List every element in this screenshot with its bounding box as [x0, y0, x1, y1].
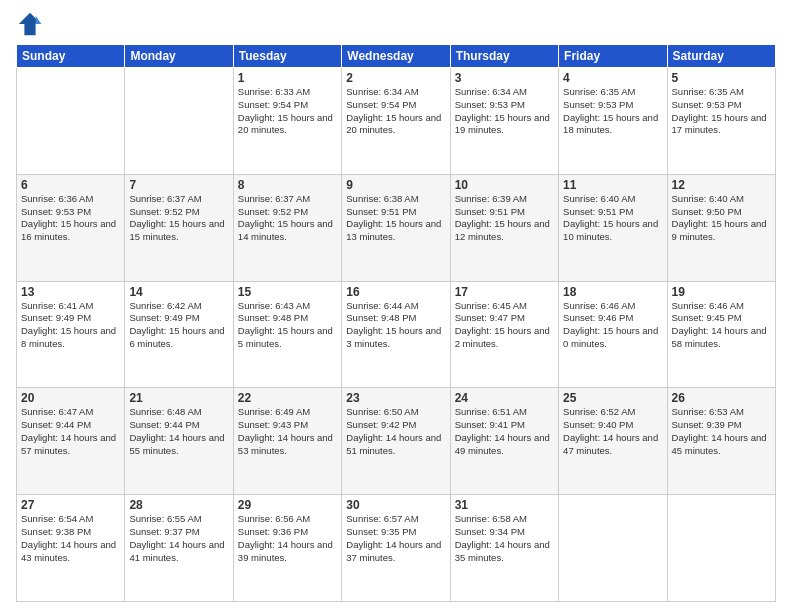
day-number: 20 [21, 391, 120, 405]
day-info: Sunrise: 6:38 AMSunset: 9:51 PMDaylight:… [346, 193, 445, 244]
day-info: Sunrise: 6:52 AMSunset: 9:40 PMDaylight:… [563, 406, 662, 457]
week-row-4: 27Sunrise: 6:54 AMSunset: 9:38 PMDayligh… [17, 495, 776, 602]
header-tuesday: Tuesday [233, 45, 341, 68]
day-number: 7 [129, 178, 228, 192]
day-number: 18 [563, 285, 662, 299]
day-cell [17, 68, 125, 175]
logo-icon [16, 10, 44, 38]
day-cell: 18Sunrise: 6:46 AMSunset: 9:46 PMDayligh… [559, 281, 667, 388]
day-number: 15 [238, 285, 337, 299]
day-info: Sunrise: 6:50 AMSunset: 9:42 PMDaylight:… [346, 406, 445, 457]
day-info: Sunrise: 6:37 AMSunset: 9:52 PMDaylight:… [129, 193, 228, 244]
calendar-table: SundayMondayTuesdayWednesdayThursdayFrid… [16, 44, 776, 602]
day-cell: 7Sunrise: 6:37 AMSunset: 9:52 PMDaylight… [125, 174, 233, 281]
day-info: Sunrise: 6:40 AMSunset: 9:50 PMDaylight:… [672, 193, 771, 244]
day-number: 1 [238, 71, 337, 85]
day-number: 13 [21, 285, 120, 299]
day-cell: 4Sunrise: 6:35 AMSunset: 9:53 PMDaylight… [559, 68, 667, 175]
day-cell: 25Sunrise: 6:52 AMSunset: 9:40 PMDayligh… [559, 388, 667, 495]
day-number: 6 [21, 178, 120, 192]
day-info: Sunrise: 6:49 AMSunset: 9:43 PMDaylight:… [238, 406, 337, 457]
day-info: Sunrise: 6:33 AMSunset: 9:54 PMDaylight:… [238, 86, 337, 137]
day-cell: 30Sunrise: 6:57 AMSunset: 9:35 PMDayligh… [342, 495, 450, 602]
day-number: 5 [672, 71, 771, 85]
day-info: Sunrise: 6:35 AMSunset: 9:53 PMDaylight:… [672, 86, 771, 137]
day-number: 21 [129, 391, 228, 405]
day-cell: 8Sunrise: 6:37 AMSunset: 9:52 PMDaylight… [233, 174, 341, 281]
day-cell: 15Sunrise: 6:43 AMSunset: 9:48 PMDayligh… [233, 281, 341, 388]
day-cell [125, 68, 233, 175]
week-row-2: 13Sunrise: 6:41 AMSunset: 9:49 PMDayligh… [17, 281, 776, 388]
header-monday: Monday [125, 45, 233, 68]
day-info: Sunrise: 6:55 AMSunset: 9:37 PMDaylight:… [129, 513, 228, 564]
day-cell: 23Sunrise: 6:50 AMSunset: 9:42 PMDayligh… [342, 388, 450, 495]
day-cell: 28Sunrise: 6:55 AMSunset: 9:37 PMDayligh… [125, 495, 233, 602]
day-cell: 27Sunrise: 6:54 AMSunset: 9:38 PMDayligh… [17, 495, 125, 602]
day-cell: 20Sunrise: 6:47 AMSunset: 9:44 PMDayligh… [17, 388, 125, 495]
week-row-3: 20Sunrise: 6:47 AMSunset: 9:44 PMDayligh… [17, 388, 776, 495]
day-info: Sunrise: 6:39 AMSunset: 9:51 PMDaylight:… [455, 193, 554, 244]
logo [16, 10, 46, 38]
day-cell: 13Sunrise: 6:41 AMSunset: 9:49 PMDayligh… [17, 281, 125, 388]
day-info: Sunrise: 6:40 AMSunset: 9:51 PMDaylight:… [563, 193, 662, 244]
day-number: 10 [455, 178, 554, 192]
day-info: Sunrise: 6:44 AMSunset: 9:48 PMDaylight:… [346, 300, 445, 351]
day-cell: 19Sunrise: 6:46 AMSunset: 9:45 PMDayligh… [667, 281, 775, 388]
day-number: 8 [238, 178, 337, 192]
day-number: 25 [563, 391, 662, 405]
day-number: 16 [346, 285, 445, 299]
header [16, 10, 776, 38]
day-info: Sunrise: 6:53 AMSunset: 9:39 PMDaylight:… [672, 406, 771, 457]
day-info: Sunrise: 6:47 AMSunset: 9:44 PMDaylight:… [21, 406, 120, 457]
day-number: 3 [455, 71, 554, 85]
day-number: 30 [346, 498, 445, 512]
day-number: 26 [672, 391, 771, 405]
day-info: Sunrise: 6:34 AMSunset: 9:53 PMDaylight:… [455, 86, 554, 137]
day-info: Sunrise: 6:42 AMSunset: 9:49 PMDaylight:… [129, 300, 228, 351]
day-info: Sunrise: 6:41 AMSunset: 9:49 PMDaylight:… [21, 300, 120, 351]
day-cell: 10Sunrise: 6:39 AMSunset: 9:51 PMDayligh… [450, 174, 558, 281]
day-cell: 6Sunrise: 6:36 AMSunset: 9:53 PMDaylight… [17, 174, 125, 281]
day-info: Sunrise: 6:45 AMSunset: 9:47 PMDaylight:… [455, 300, 554, 351]
day-cell: 26Sunrise: 6:53 AMSunset: 9:39 PMDayligh… [667, 388, 775, 495]
day-number: 11 [563, 178, 662, 192]
day-cell: 9Sunrise: 6:38 AMSunset: 9:51 PMDaylight… [342, 174, 450, 281]
day-number: 19 [672, 285, 771, 299]
day-number: 27 [21, 498, 120, 512]
day-number: 24 [455, 391, 554, 405]
header-thursday: Thursday [450, 45, 558, 68]
day-cell: 24Sunrise: 6:51 AMSunset: 9:41 PMDayligh… [450, 388, 558, 495]
header-saturday: Saturday [667, 45, 775, 68]
day-info: Sunrise: 6:36 AMSunset: 9:53 PMDaylight:… [21, 193, 120, 244]
day-info: Sunrise: 6:34 AMSunset: 9:54 PMDaylight:… [346, 86, 445, 137]
calendar-header: SundayMondayTuesdayWednesdayThursdayFrid… [17, 45, 776, 68]
day-cell: 31Sunrise: 6:58 AMSunset: 9:34 PMDayligh… [450, 495, 558, 602]
day-cell: 29Sunrise: 6:56 AMSunset: 9:36 PMDayligh… [233, 495, 341, 602]
day-info: Sunrise: 6:46 AMSunset: 9:46 PMDaylight:… [563, 300, 662, 351]
day-cell: 1Sunrise: 6:33 AMSunset: 9:54 PMDaylight… [233, 68, 341, 175]
day-number: 12 [672, 178, 771, 192]
day-number: 14 [129, 285, 228, 299]
header-friday: Friday [559, 45, 667, 68]
week-row-1: 6Sunrise: 6:36 AMSunset: 9:53 PMDaylight… [17, 174, 776, 281]
day-info: Sunrise: 6:54 AMSunset: 9:38 PMDaylight:… [21, 513, 120, 564]
day-number: 22 [238, 391, 337, 405]
day-info: Sunrise: 6:35 AMSunset: 9:53 PMDaylight:… [563, 86, 662, 137]
day-info: Sunrise: 6:48 AMSunset: 9:44 PMDaylight:… [129, 406, 228, 457]
calendar-body: 1Sunrise: 6:33 AMSunset: 9:54 PMDaylight… [17, 68, 776, 602]
day-cell: 22Sunrise: 6:49 AMSunset: 9:43 PMDayligh… [233, 388, 341, 495]
day-number: 9 [346, 178, 445, 192]
header-sunday: Sunday [17, 45, 125, 68]
day-cell [559, 495, 667, 602]
day-cell: 16Sunrise: 6:44 AMSunset: 9:48 PMDayligh… [342, 281, 450, 388]
day-cell: 17Sunrise: 6:45 AMSunset: 9:47 PMDayligh… [450, 281, 558, 388]
day-cell: 11Sunrise: 6:40 AMSunset: 9:51 PMDayligh… [559, 174, 667, 281]
day-info: Sunrise: 6:51 AMSunset: 9:41 PMDaylight:… [455, 406, 554, 457]
day-number: 31 [455, 498, 554, 512]
day-info: Sunrise: 6:57 AMSunset: 9:35 PMDaylight:… [346, 513, 445, 564]
day-cell: 21Sunrise: 6:48 AMSunset: 9:44 PMDayligh… [125, 388, 233, 495]
day-info: Sunrise: 6:37 AMSunset: 9:52 PMDaylight:… [238, 193, 337, 244]
page: SundayMondayTuesdayWednesdayThursdayFrid… [0, 0, 792, 612]
day-number: 29 [238, 498, 337, 512]
day-number: 2 [346, 71, 445, 85]
